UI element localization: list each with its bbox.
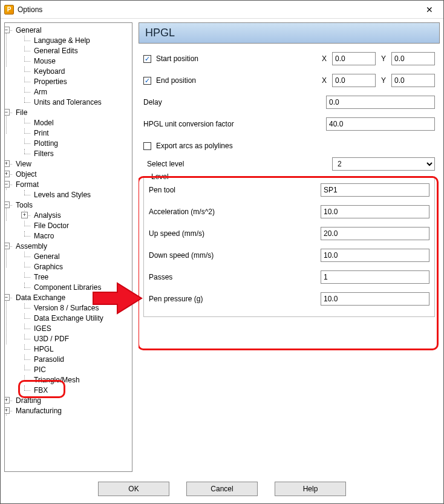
expander-icon[interactable]: + [21, 212, 28, 218]
end-x-input[interactable] [332, 74, 376, 87]
app-icon: P [4, 5, 14, 15]
tree-keyboard[interactable]: Keyboard [33, 67, 66, 76]
dialog-buttons: OK Cancel Help [1, 476, 443, 503]
tree-filters[interactable]: Filters [33, 149, 55, 158]
conversion-label: HPGL unit conversion factor [143, 120, 234, 128]
tree-general-edits[interactable]: General Edits [33, 47, 79, 55]
level-legend: Level [149, 172, 171, 181]
end-position-checkbox[interactable]: ✓ [143, 77, 151, 85]
tree-plotting[interactable]: Plotting [33, 139, 59, 148]
tree-levels-styles[interactable]: Levels and Styles [33, 191, 92, 199]
pen-pressure-label: Pen pressure (g) [149, 295, 203, 303]
y-label: Y [379, 54, 388, 63]
help-button[interactable]: Help [275, 482, 346, 496]
expander-icon[interactable]: + [4, 397, 10, 404]
start-x-input[interactable] [332, 52, 376, 65]
passes-input[interactable] [321, 270, 429, 284]
expander-icon[interactable]: − [4, 294, 10, 301]
acceleration-label: Acceleration (m/s^2) [149, 208, 215, 216]
tree-file-doctor[interactable]: File Doctor [33, 221, 70, 230]
titlebar: P Options ✕ [1, 1, 443, 19]
tree-language-help[interactable]: Language & Help [33, 36, 91, 45]
tree-fbx[interactable]: FBX [33, 386, 49, 394]
up-speed-input[interactable] [321, 227, 429, 240]
end-y-input[interactable] [391, 74, 435, 87]
options-dialog: P Options ✕ − General Language & Help Ge… [0, 0, 444, 504]
x-label: X [320, 76, 328, 85]
start-position-checkbox[interactable]: ✓ [143, 55, 151, 63]
tree-units-tolerances[interactable]: Units and Tolerances [33, 98, 103, 106]
pen-tool-input[interactable] [321, 183, 429, 197]
tree-hpgl[interactable]: HPGL [33, 345, 55, 353]
tree-assembly-graphics[interactable]: Graphics [33, 263, 64, 271]
tree-manufacturing[interactable]: Manufacturing [15, 407, 63, 415]
tree-tools[interactable]: Tools [15, 201, 34, 209]
tree-data-exchange[interactable]: Data Exchange [15, 293, 67, 302]
tree-data-exchange-utility[interactable]: Data Exchange Utility [33, 314, 105, 322]
close-button[interactable]: ✕ [416, 1, 443, 19]
y-label: Y [379, 76, 388, 85]
select-level-label: Select level [147, 160, 184, 168]
tree-file[interactable]: File [15, 108, 28, 117]
tree-print[interactable]: Print [33, 129, 50, 137]
end-position-label: End position [156, 76, 196, 85]
window-title: Options [18, 5, 416, 14]
export-arcs-label: Export arcs as polylines [156, 142, 233, 150]
tree-u3d-pdf[interactable]: U3D / PDF [33, 335, 70, 343]
select-level-dropdown[interactable]: 2 [332, 157, 435, 171]
tree-format[interactable]: Format [15, 180, 40, 189]
tree-iges[interactable]: IGES [33, 324, 53, 333]
expander-icon[interactable]: − [4, 181, 10, 188]
expander-icon[interactable]: − [4, 109, 10, 116]
expander-icon[interactable]: − [4, 27, 10, 33]
tree-view[interactable]: View [15, 160, 33, 168]
panel-title: HPGL [139, 22, 440, 44]
passes-label: Passes [149, 273, 172, 281]
down-speed-label: Down speed (mm/s) [149, 251, 214, 260]
tree-object[interactable]: Object [15, 170, 38, 178]
tree-mouse[interactable]: Mouse [33, 57, 57, 65]
expander-icon[interactable]: − [4, 201, 10, 208]
down-speed-input[interactable] [321, 249, 429, 262]
conversion-input[interactable] [326, 117, 435, 131]
tree-drafting[interactable]: Drafting [15, 396, 42, 405]
expander-icon[interactable]: − [4, 243, 10, 249]
tree-component-libraries[interactable]: Component Libraries [33, 283, 102, 292]
options-tree[interactable]: − General Language & Help General Edits … [4, 22, 132, 472]
x-label: X [320, 54, 328, 63]
tree-pic[interactable]: PIC [33, 365, 47, 374]
export-arcs-checkbox[interactable] [143, 142, 151, 150]
tree-model[interactable]: Model [33, 119, 55, 127]
delay-input[interactable] [326, 96, 435, 109]
start-position-label: Start position [156, 54, 198, 63]
expander-icon[interactable]: + [4, 171, 10, 177]
tree-properties[interactable]: Properties [33, 77, 68, 86]
start-y-input[interactable] [391, 52, 435, 65]
tree-version8-surfaces[interactable]: Version 8 / Surfaces [33, 304, 100, 312]
tree-analysis[interactable]: Analysis [33, 211, 62, 220]
tree-general[interactable]: General [15, 26, 43, 34]
expander-icon[interactable]: + [4, 407, 10, 414]
tree-triangle-mesh[interactable]: Triangle/Mesh [33, 376, 81, 384]
cancel-button[interactable]: Cancel [186, 482, 258, 496]
tree-macro[interactable]: Macro [33, 232, 55, 240]
delay-label: Delay [143, 98, 162, 106]
up-speed-label: Up speed (mm/s) [149, 229, 204, 238]
level-group: Level Pen tool Acceleration (m/s^2) Up s… [143, 177, 435, 317]
ok-button[interactable]: OK [98, 482, 169, 496]
expander-icon[interactable]: + [4, 160, 10, 167]
tree-parasolid[interactable]: Parasolid [33, 355, 65, 364]
tree-assembly-tree[interactable]: Tree [33, 273, 50, 281]
tree-arm[interactable]: Arm [33, 88, 48, 96]
pen-pressure-input[interactable] [321, 292, 429, 306]
settings-panel: HPGL ✓ Start position X Y [139, 22, 440, 472]
acceleration-input[interactable] [321, 205, 429, 218]
tree-assembly-general[interactable]: General [33, 252, 61, 261]
pen-tool-label: Pen tool [149, 186, 175, 194]
tree-assembly[interactable]: Assembly [15, 242, 48, 250]
